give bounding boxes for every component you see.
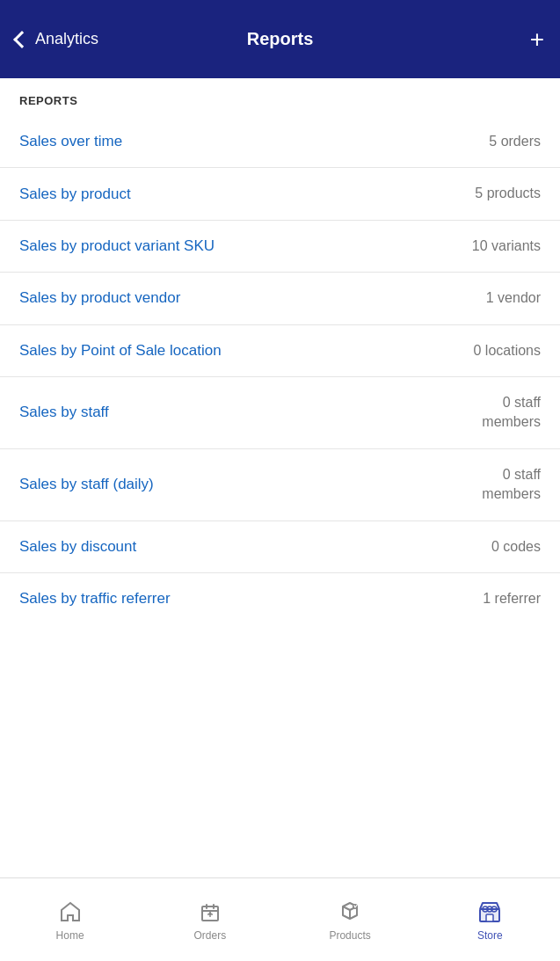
app-header: Analytics Reports +: [0, 0, 560, 78]
report-item[interactable]: Sales by traffic referrer1 referrer: [0, 573, 560, 624]
report-item[interactable]: Sales by staff (daily)0 staff members: [0, 449, 560, 521]
report-name: Sales by staff (daily): [19, 475, 154, 494]
report-name: Sales by staff: [19, 403, 109, 422]
report-list: Sales over time5 ordersSales by product5…: [0, 116, 560, 624]
report-item[interactable]: Sales by Point of Sale location0 locatio…: [0, 325, 560, 377]
orders-icon: [197, 899, 223, 925]
report-name: Sales by product vendor: [19, 288, 180, 308]
home-icon: [57, 899, 84, 925]
nav-item-home[interactable]: Home: [0, 899, 140, 942]
report-name: Sales by discount: [19, 537, 136, 557]
nav-products-label: Products: [329, 929, 370, 942]
report-count: 10 variants: [472, 237, 541, 256]
nav-orders-label: Orders: [194, 929, 227, 942]
report-item[interactable]: Sales by discount0 codes: [0, 521, 560, 573]
report-count: 5 orders: [489, 132, 541, 151]
report-item[interactable]: Sales by staff0 staff members: [0, 377, 560, 449]
report-count: 0 locations: [474, 341, 542, 360]
report-name: Sales by product variant SKU: [19, 237, 215, 256]
back-label: Analytics: [35, 30, 98, 48]
report-count: 1 vendor: [486, 288, 541, 308]
report-item[interactable]: Sales over time5 orders: [0, 116, 560, 168]
store-icon: [476, 899, 503, 925]
nav-store-label: Store: [477, 929, 503, 942]
nav-item-products[interactable]: Products: [280, 899, 420, 942]
report-name: Sales by product: [19, 185, 131, 204]
main-content: REPORTS Sales over time5 ordersSales by …: [0, 78, 560, 708]
add-report-button[interactable]: +: [530, 27, 544, 52]
report-name: Sales by Point of Sale location: [19, 341, 222, 360]
back-button[interactable]: Analytics: [16, 30, 98, 48]
products-icon: [337, 899, 363, 925]
report-item[interactable]: Sales by product5 products: [0, 168, 560, 220]
report-item[interactable]: Sales by product vendor1 vendor: [0, 273, 560, 324]
report-name: Sales by traffic referrer: [19, 589, 171, 608]
nav-home-label: Home: [56, 929, 84, 942]
report-item[interactable]: Sales by product variant SKU10 variants: [0, 221, 560, 273]
bottom-navigation: Home Orders Prod: [0, 877, 560, 961]
report-count: 0 staff members: [482, 465, 541, 505]
report-count: 1 referrer: [483, 589, 541, 608]
nav-item-orders[interactable]: Orders: [140, 899, 280, 942]
nav-item-store[interactable]: Store: [420, 899, 560, 942]
section-label: REPORTS: [0, 78, 560, 116]
svg-rect-3: [486, 914, 493, 921]
back-arrow-icon: [13, 31, 31, 48]
page-title: Reports: [247, 29, 314, 49]
report-name: Sales over time: [19, 132, 122, 151]
report-count: 5 products: [475, 184, 541, 203]
report-count: 0 staff members: [482, 393, 541, 433]
report-count: 0 codes: [491, 537, 541, 557]
